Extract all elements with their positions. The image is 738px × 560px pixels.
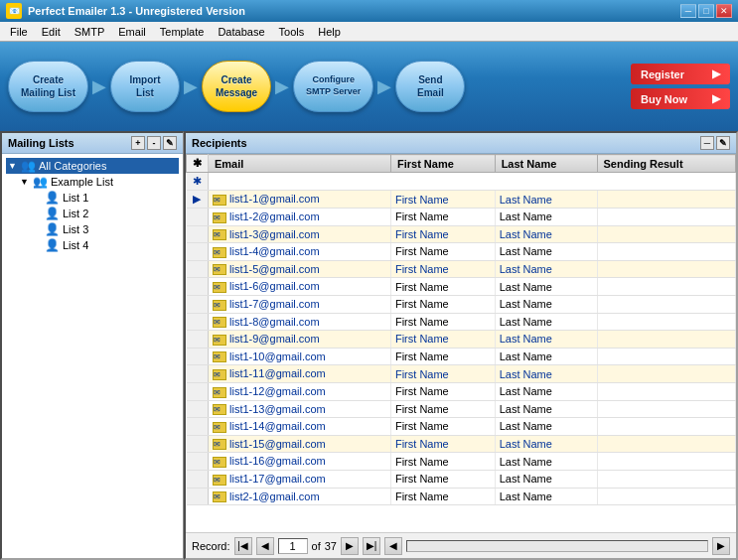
table-row[interactable]: ✉list1-8@gmail.com First Name Last Name <box>187 313 736 331</box>
nav-current-page[interactable] <box>278 538 308 554</box>
recipients-panel: Recipients ─ ✎ ✱ Email First Name Last N… <box>184 131 738 560</box>
cell-firstname: First Name <box>390 418 495 436</box>
col-email: Email <box>209 155 391 173</box>
add-list-icon[interactable]: + <box>131 136 145 150</box>
table-row[interactable]: ✉list1-13@gmail.com First Name Last Name <box>187 400 736 418</box>
row-arrow <box>187 209 209 226</box>
person-icon-1: 👤 <box>45 191 60 205</box>
nav-last-button[interactable]: ▶| <box>363 537 380 555</box>
table-row[interactable]: ✉list1-14@gmail.com First Name Last Name <box>187 418 736 436</box>
table-row[interactable]: ✉list1-11@gmail.com First Name Last Name <box>187 365 736 383</box>
cell-lastname: Last Name <box>495 278 597 296</box>
create-mailing-list-button[interactable]: CreateMailing List <box>8 61 88 112</box>
nav-next-button[interactable]: ▶ <box>341 537 359 555</box>
cell-lastname: Last Name <box>495 365 597 383</box>
nav-extra-button[interactable]: ◀ <box>384 537 402 555</box>
cell-result <box>597 313 736 331</box>
table-row[interactable]: ✉list1-3@gmail.com First Name Last Name <box>187 225 736 243</box>
minimize-button[interactable]: ─ <box>680 4 696 18</box>
cell-lastname: Last Name <box>495 470 597 488</box>
cell-email: ✉list1-7@gmail.com <box>209 295 391 313</box>
row-arrow <box>187 243 209 261</box>
table-row[interactable]: ✉list1-5@gmail.com First Name Last Name <box>187 260 736 278</box>
table-row[interactable]: ▶ ✉list1-1@gmail.com First Name Last Nam… <box>187 191 736 209</box>
create-message-button[interactable]: CreateMessage <box>202 61 271 112</box>
table-row[interactable]: ✉list1-10@gmail.com First Name Last Name <box>187 348 736 365</box>
tree-toggle-all: ▼ <box>8 161 18 171</box>
buy-now-button[interactable]: Buy Now ▶ <box>631 88 730 109</box>
remove-list-icon[interactable]: - <box>147 136 161 150</box>
tree-label-list-2: List 2 <box>63 208 88 219</box>
configure-smtp-button[interactable]: ConfigureSMTP Server <box>293 61 373 112</box>
cell-firstname: First Name <box>390 488 495 505</box>
tree-item-all-categories[interactable]: ▼ 👥 All Categories <box>6 158 179 174</box>
table-row[interactable]: ✉list2-1@gmail.com First Name Last Name <box>187 488 736 505</box>
horizontal-scrollbar[interactable] <box>406 540 708 552</box>
cell-email: ✉list1-1@gmail.com <box>209 191 391 209</box>
tree-toggle-example: ▼ <box>20 177 30 187</box>
cell-email: ✉list1-12@gmail.com <box>209 382 391 400</box>
row-arrow <box>187 470 209 488</box>
cell-firstname: First Name <box>390 295 495 313</box>
menu-edit[interactable]: Edit <box>36 25 67 39</box>
nav-prev-button[interactable]: ◀ <box>256 537 274 555</box>
tree-item-example-list[interactable]: ▼ 👥 Example List <box>18 174 179 190</box>
cell-lastname: Last Name <box>495 488 597 505</box>
tree-item-list-4[interactable]: 👤 List 4 <box>30 237 179 253</box>
table-row[interactable]: ✉list1-15@gmail.com First Name Last Name <box>187 435 736 453</box>
table-row[interactable]: ✉list1-12@gmail.com First Name Last Name <box>187 382 736 400</box>
toolbar-right: Register ▶ Buy Now ▶ <box>631 64 730 109</box>
table-row[interactable]: ✉list1-2@gmail.com First Name Last Name <box>187 209 736 226</box>
group-icon-all: 👥 <box>21 159 36 173</box>
person-icon-2: 👤 <box>45 207 60 220</box>
cell-lastname: Last Name <box>495 453 597 471</box>
cell-firstname: First Name <box>390 260 495 278</box>
table-row[interactable]: ✉list1-9@gmail.com First Name Last Name <box>187 331 736 349</box>
cell-lastname: Last Name <box>495 295 597 313</box>
close-button[interactable]: ✕ <box>716 4 732 18</box>
cell-result <box>597 348 736 365</box>
edit-list-icon[interactable]: ✎ <box>163 136 177 150</box>
nav-total: 37 <box>325 540 337 552</box>
tree-label-example-list: Example List <box>51 176 113 188</box>
nav-scroll-right[interactable]: ▶ <box>712 537 730 555</box>
cell-firstname: First Name <box>390 435 495 453</box>
tree-toggle-list1 <box>32 193 42 203</box>
table-row[interactable]: ✉list1-17@gmail.com First Name Last Name <box>187 470 736 488</box>
cell-email: ✉list1-8@gmail.com <box>209 313 391 331</box>
import-list-button[interactable]: ImportList <box>110 61 180 112</box>
menu-database[interactable]: Database <box>212 25 270 39</box>
row-arrow <box>187 453 209 471</box>
menu-smtp[interactable]: SMTP <box>69 25 111 39</box>
tree-item-list-1[interactable]: 👤 List 1 <box>30 190 179 206</box>
table-row[interactable]: ✉list1-7@gmail.com First Name Last Name <box>187 295 736 313</box>
maximize-button[interactable]: □ <box>698 4 714 18</box>
table-row[interactable]: ✉list1-4@gmail.com First Name Last Name <box>187 243 736 261</box>
cell-result <box>597 260 736 278</box>
register-button[interactable]: Register ▶ <box>631 64 730 84</box>
table-row[interactable]: ✉list1-16@gmail.com First Name Last Name <box>187 453 736 471</box>
tree-area: ▼ 👥 All Categories ▼ 👥 Example List 👤 Li… <box>2 154 183 558</box>
recipients-minimize-icon[interactable]: ─ <box>700 136 714 150</box>
send-email-button[interactable]: SendEmail <box>395 61 465 112</box>
row-arrow <box>187 488 209 505</box>
tree-item-list-2[interactable]: 👤 List 2 <box>30 206 179 221</box>
cell-email: ✉list1-11@gmail.com <box>209 365 391 383</box>
table-row[interactable]: ✉list1-6@gmail.com First Name Last Name <box>187 278 736 296</box>
row-arrow <box>187 435 209 453</box>
menu-help[interactable]: Help <box>312 25 347 39</box>
table-wrapper[interactable]: ✱ Email First Name Last Name Sending Res… <box>186 154 736 532</box>
arrow-3: ▶ <box>275 75 289 97</box>
menu-email[interactable]: Email <box>112 25 152 39</box>
mailing-lists-header: Mailing Lists + - ✎ <box>2 133 183 154</box>
nav-first-button[interactable]: |◀ <box>234 537 252 555</box>
menu-file[interactable]: File <box>4 25 34 39</box>
tree-item-list-3[interactable]: 👤 List 3 <box>30 221 179 237</box>
menu-tools[interactable]: Tools <box>273 25 311 39</box>
cell-email: ✉list1-6@gmail.com <box>209 278 391 296</box>
cell-firstname: First Name <box>390 453 495 471</box>
menu-template[interactable]: Template <box>154 25 211 39</box>
recipients-edit-icon[interactable]: ✎ <box>716 136 730 150</box>
cell-firstname: First Name <box>390 365 495 383</box>
cell-lastname: Last Name <box>495 209 597 226</box>
